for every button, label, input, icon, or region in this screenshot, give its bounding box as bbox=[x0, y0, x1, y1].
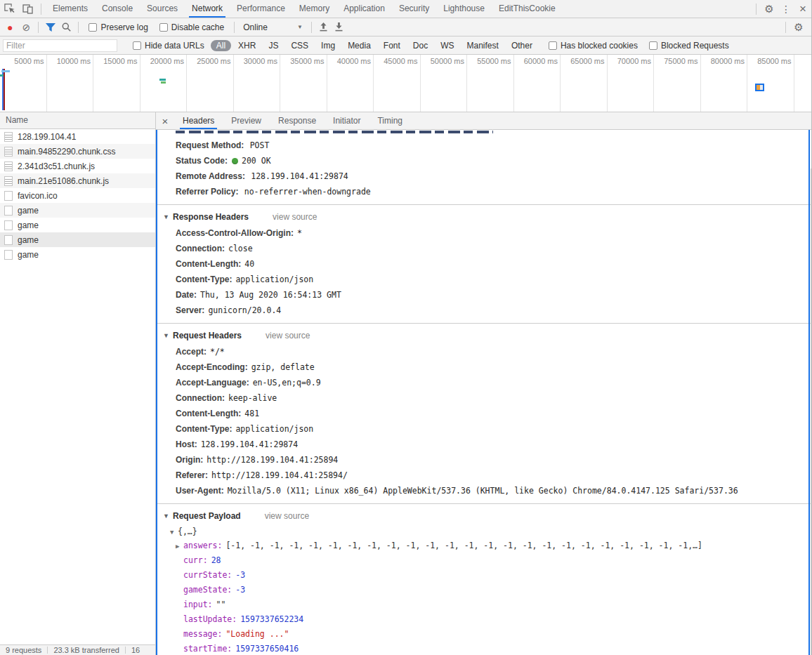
request-row[interactable]: game bbox=[0, 247, 155, 262]
close-devtools-icon[interactable]: × bbox=[794, 0, 811, 18]
tab-response[interactable]: Response bbox=[270, 112, 325, 129]
resources-size: 16 bbox=[131, 646, 140, 654]
waterfall-bar-20s-b bbox=[161, 81, 166, 84]
type-filter-ws[interactable]: WS bbox=[435, 40, 459, 51]
type-filter-font[interactable]: Font bbox=[378, 40, 406, 51]
tab-lighthouse[interactable]: Lighthouse bbox=[436, 0, 492, 18]
header-row: Referrer Policy: no-referrer-when-downgr… bbox=[157, 184, 811, 199]
import-har-icon[interactable] bbox=[316, 20, 332, 35]
tab-initiator[interactable]: Initiator bbox=[325, 112, 369, 129]
type-filter-other[interactable]: Other bbox=[506, 40, 538, 51]
type-filter-xhr[interactable]: XHR bbox=[233, 40, 261, 51]
header-row: Content-Length:40 bbox=[157, 256, 811, 272]
checkbox-box[interactable] bbox=[89, 23, 97, 32]
tab-performance[interactable]: Performance bbox=[230, 0, 292, 18]
request-row[interactable]: main.21e51086.chunk.js bbox=[0, 173, 155, 188]
filter-input[interactable] bbox=[3, 39, 117, 52]
search-icon[interactable] bbox=[58, 20, 74, 35]
payload-row: lastUpdate:1597337652234 bbox=[157, 612, 811, 627]
divider bbox=[78, 22, 79, 33]
timeline-tick: 70000 ms bbox=[608, 55, 655, 112]
tab-sources[interactable]: Sources bbox=[140, 0, 185, 18]
collapse-triangle-icon[interactable]: ▼ bbox=[163, 213, 173, 220]
payload-key: lastUpdate: bbox=[183, 614, 237, 624]
timeline-tick: 85000 ms bbox=[747, 55, 794, 112]
header-row: Content-Type:application/json bbox=[157, 272, 811, 287]
header-row: Access-Control-Allow-Origin:* bbox=[157, 225, 811, 241]
collapsed-triangle-icon[interactable]: ▶ bbox=[176, 539, 183, 553]
header-name: Connection: bbox=[176, 393, 225, 403]
tab-security[interactable]: Security bbox=[392, 0, 436, 18]
inspect-element-icon[interactable] bbox=[0, 0, 18, 18]
request-row[interactable]: game bbox=[0, 218, 155, 232]
filter-funnel-icon[interactable] bbox=[43, 20, 58, 35]
type-filter-img[interactable]: Img bbox=[315, 40, 341, 51]
type-filter-all[interactable]: All bbox=[211, 40, 231, 51]
checkbox-box[interactable] bbox=[133, 41, 141, 50]
export-har-icon[interactable] bbox=[332, 20, 347, 35]
header-name: Content-Length: bbox=[176, 259, 241, 269]
has-blocked-cookies-label: Has blocked cookies bbox=[561, 41, 638, 51]
scrollbar-track-edge[interactable] bbox=[811, 168, 811, 655]
type-filter-js[interactable]: JS bbox=[263, 40, 284, 51]
tab-application[interactable]: Application bbox=[336, 0, 392, 18]
document-icon bbox=[4, 132, 13, 142]
payload-value: [-1, -1, -1, -1, -1, -1, -1, -1, -1, -1,… bbox=[225, 541, 702, 550]
close-details-icon[interactable]: × bbox=[156, 112, 174, 129]
preserve-log-checkbox[interactable]: Preserve log bbox=[89, 22, 148, 32]
network-overview-timeline[interactable]: 5000 ms 10000 ms 15000 ms 20000 ms 25000… bbox=[0, 55, 811, 112]
header-value: */* bbox=[210, 347, 225, 357]
header-row: Request Method: POST bbox=[157, 138, 811, 153]
view-source-link[interactable]: view source bbox=[273, 212, 317, 222]
name-column-header[interactable]: Name bbox=[0, 112, 155, 129]
has-blocked-cookies-checkbox[interactable]: Has blocked cookies bbox=[549, 41, 638, 51]
tab-elements[interactable]: Elements bbox=[46, 0, 95, 18]
tab-editthiscookie[interactable]: EditThisCookie bbox=[492, 0, 563, 18]
type-filter-css[interactable]: CSS bbox=[285, 40, 314, 51]
clear-network-log-icon[interactable]: ⊘ bbox=[18, 20, 34, 35]
request-row[interactable]: 128.199.104.41 bbox=[0, 129, 155, 144]
network-settings-gear-icon[interactable]: ⚙ bbox=[790, 18, 807, 36]
disable-cache-checkbox[interactable]: Disable cache bbox=[159, 22, 224, 32]
tab-headers[interactable]: Headers bbox=[174, 112, 223, 129]
request-row[interactable]: game bbox=[0, 203, 155, 218]
payload-row: message:"Loading ..." bbox=[157, 627, 811, 642]
request-row[interactable]: main.94852290.chunk.css bbox=[0, 144, 155, 159]
payload-value: 1597337650416 bbox=[235, 644, 299, 654]
view-source-link[interactable]: view source bbox=[265, 511, 309, 521]
tab-memory[interactable]: Memory bbox=[292, 0, 336, 18]
toggle-device-toolbar-icon[interactable] bbox=[18, 0, 37, 18]
type-filter-doc[interactable]: Doc bbox=[407, 40, 433, 51]
disable-cache-label: Disable cache bbox=[171, 22, 224, 32]
tab-timing[interactable]: Timing bbox=[369, 112, 411, 129]
selected-request-marker[interactable] bbox=[755, 84, 764, 91]
header-name: User-Agent: bbox=[176, 486, 224, 496]
more-options-icon[interactable]: ⋮ bbox=[778, 0, 794, 18]
type-filter-media[interactable]: Media bbox=[342, 40, 376, 51]
clipped-text-fragment bbox=[176, 131, 493, 133]
tab-preview[interactable]: Preview bbox=[223, 112, 270, 129]
timeline-tick: 35000 ms bbox=[280, 55, 327, 112]
checkbox-box[interactable] bbox=[159, 23, 168, 32]
request-row[interactable]: game bbox=[0, 232, 155, 247]
view-source-link[interactable]: view source bbox=[266, 331, 310, 340]
expanded-triangle-icon[interactable]: ▼ bbox=[170, 525, 178, 538]
request-row[interactable]: 2.341d3c51.chunk.js bbox=[0, 159, 155, 173]
blocked-requests-checkbox[interactable]: Blocked Requests bbox=[649, 41, 729, 51]
header-row: Connection:keep-alive bbox=[157, 390, 811, 406]
throttling-dropdown[interactable]: Online ▼ bbox=[243, 22, 303, 32]
collapse-triangle-icon[interactable]: ▼ bbox=[163, 512, 173, 520]
checkbox-box[interactable] bbox=[549, 41, 557, 50]
tab-console[interactable]: Console bbox=[95, 0, 140, 18]
payload-row: ▶answers:[-1, -1, -1, -1, -1, -1, -1, -1… bbox=[157, 538, 811, 553]
tab-network[interactable]: Network bbox=[185, 0, 230, 18]
payload-value: 28 bbox=[211, 555, 221, 565]
collapse-triangle-icon[interactable]: ▼ bbox=[163, 332, 173, 339]
settings-gear-icon[interactable]: ⚙ bbox=[761, 0, 778, 18]
record-network-log-icon[interactable]: ● bbox=[7, 22, 13, 32]
type-filter-manifest[interactable]: Manifest bbox=[461, 40, 504, 51]
checkbox-box[interactable] bbox=[649, 41, 657, 50]
request-row[interactable]: favicon.ico bbox=[0, 188, 155, 203]
header-value: POST bbox=[250, 140, 270, 150]
hide-data-urls-checkbox[interactable]: Hide data URLs bbox=[133, 41, 204, 51]
